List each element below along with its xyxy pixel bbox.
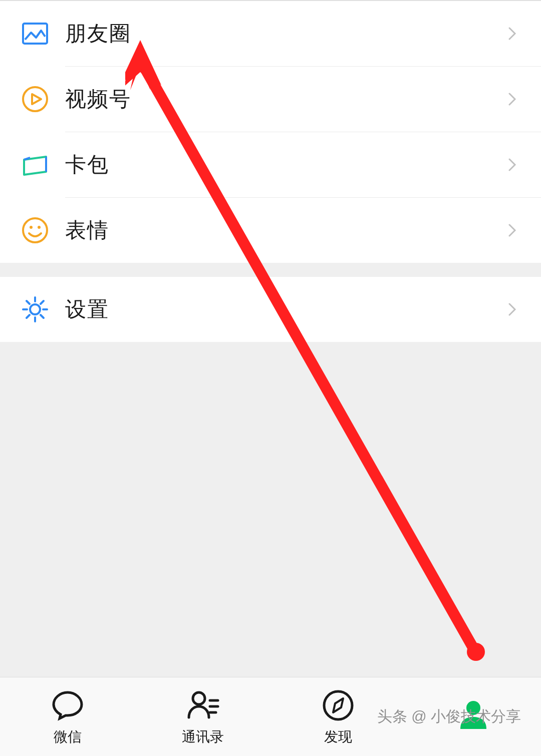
- svg-line-10: [27, 301, 30, 304]
- svg-point-14: [193, 692, 205, 704]
- svg-point-18: [324, 691, 352, 719]
- compass-icon: [320, 687, 356, 723]
- svg-line-13: [41, 301, 44, 304]
- menu-item-label: 设置: [65, 295, 505, 323]
- gear-icon: [21, 295, 49, 323]
- menu-item-label: 卡包: [65, 151, 505, 179]
- menu-item-stickers[interactable]: 表情: [0, 198, 541, 263]
- smiley-icon: [21, 216, 49, 244]
- wallet-icon: [21, 151, 49, 179]
- contacts-icon: [185, 687, 221, 723]
- chevron-right-icon: [505, 223, 520, 238]
- menu-item-channels[interactable]: 视频号: [0, 67, 541, 132]
- svg-line-12: [27, 315, 30, 318]
- menu-item-settings[interactable]: 设置: [0, 277, 541, 342]
- tab-contacts[interactable]: 通讯录: [135, 687, 270, 746]
- chevron-right-icon: [505, 157, 520, 172]
- tab-label: 微信: [54, 727, 82, 746]
- svg-point-5: [30, 304, 40, 314]
- chevron-right-icon: [505, 302, 520, 317]
- watermark: 头条 @ 小俊技术分享: [377, 706, 521, 727]
- svg-point-3: [30, 226, 33, 229]
- chat-bubble-icon: [50, 687, 86, 723]
- moments-icon: [21, 20, 49, 48]
- menu-item-label: 表情: [65, 216, 505, 244]
- svg-line-11: [41, 315, 44, 318]
- svg-point-4: [38, 226, 41, 229]
- play-icon: [21, 85, 49, 113]
- menu-item-label: 视频号: [65, 85, 505, 113]
- menu-item-cards[interactable]: 卡包: [0, 132, 541, 197]
- menu-item-label: 朋友圈: [65, 20, 505, 48]
- svg-point-2: [23, 218, 47, 242]
- chevron-right-icon: [505, 92, 520, 107]
- tab-chats[interactable]: 微信: [0, 687, 135, 746]
- tab-label: 发现: [324, 727, 352, 746]
- menu-item-moments[interactable]: 朋友圈: [0, 1, 541, 66]
- tab-label: 通讯录: [182, 727, 224, 746]
- chevron-right-icon: [505, 26, 520, 41]
- svg-point-1: [23, 87, 47, 111]
